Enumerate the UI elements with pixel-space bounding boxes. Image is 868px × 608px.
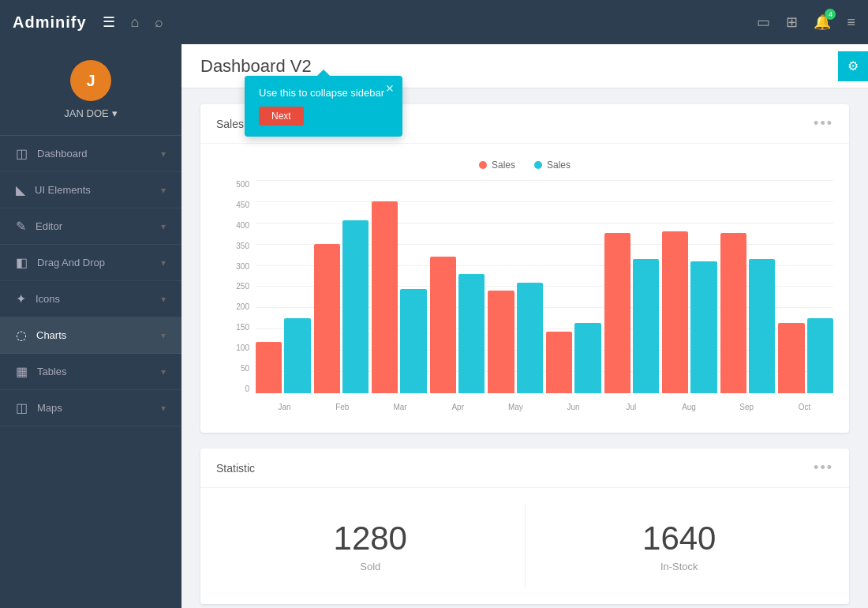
chart-area: 500450400350300250200150100500 JanFebMar… — [216, 180, 833, 417]
chart-card-menu[interactable]: ••• — [814, 115, 833, 132]
bar-visitors-jul — [633, 259, 659, 393]
x-label-mar: Mar — [371, 397, 428, 417]
bar-pair-may — [488, 180, 543, 393]
bar-group-mar — [372, 180, 427, 393]
bar-pair-sep — [720, 180, 776, 393]
y-label-3: 350 — [236, 242, 249, 250]
chevron-icon: ▾ — [161, 257, 166, 268]
tooltip-text: Use this to collapse sidebar — [259, 87, 388, 99]
bar-pair-mar — [372, 180, 427, 393]
sidebar-item-ui-elements[interactable]: ◣ UI Elements ▾ — [0, 172, 181, 208]
stat-row: 1280 Sold 1640 In-Stock — [216, 504, 833, 588]
stat-label-0: Sold — [232, 561, 509, 572]
chevron-icon: ▾ — [161, 403, 166, 414]
x-label-jan: Jan — [256, 397, 313, 417]
statistic-card-header: Statistic ••• — [200, 448, 849, 488]
x-axis: JanFebMarAprMayJunJulAugSepOct — [256, 397, 833, 417]
bar-visitors-aug — [690, 261, 716, 393]
bar-group-jul — [604, 180, 660, 393]
sidebar-item-tables[interactable]: ▦ Tables ▾ — [0, 354, 181, 390]
y-label-6: 200 — [236, 302, 249, 311]
nav-item-left: ✦ Icons — [16, 291, 60, 306]
bar-sales-jun — [546, 332, 572, 393]
chevron-icon: ▾ — [161, 366, 166, 377]
tooltip-close-button[interactable]: ✕ — [385, 82, 395, 95]
nav-item-left: ◌ Charts — [16, 328, 66, 343]
stat-number-0: 1280 — [232, 520, 509, 557]
bar-sales-feb — [314, 244, 340, 393]
y-label-8: 100 — [236, 343, 249, 352]
nav-label-tables: Tables — [37, 366, 67, 377]
bar-visitors-jun — [574, 323, 600, 393]
stat-label-1: In-Stock — [541, 561, 818, 572]
nav-icon-drag and drop: ◧ — [16, 255, 28, 270]
bar-group-may — [488, 180, 543, 393]
grid-icon[interactable]: ⊞ — [786, 13, 798, 31]
nav-icon-ui elements: ◣ — [16, 182, 25, 197]
bar-visitors-oct — [807, 318, 833, 393]
bar-pair-oct — [778, 180, 833, 393]
y-label-2: 400 — [236, 221, 249, 230]
bar-group-apr — [430, 180, 485, 393]
sidebar-item-charts[interactable]: ◌ Charts ▾ — [0, 317, 181, 354]
settings-button[interactable]: ⚙ — [838, 51, 868, 81]
bar-visitors-jan — [284, 318, 310, 393]
y-axis: 500450400350300250200150100500 — [216, 180, 256, 393]
hamburger-icon[interactable]: ☰ — [103, 13, 115, 31]
content-area: ✕ Use this to collapse sidebar Next Dash… — [181, 44, 868, 608]
nav-label-drag and drop: Drag And Drop — [37, 257, 105, 268]
sidebar-item-editor[interactable]: ✎ Editor ▾ — [0, 208, 181, 245]
header-left: Adminify ☰ ⌂ ⌕ — [13, 13, 163, 32]
nav-icon-icons: ✦ — [16, 291, 26, 306]
bar-group-aug — [662, 180, 717, 393]
statistic-card-menu[interactable]: ••• — [814, 460, 833, 476]
sidebar-item-maps[interactable]: ◫ Maps ▾ — [0, 390, 181, 426]
menu-icon[interactable]: ≡ — [847, 14, 855, 31]
home-icon[interactable]: ⌂ — [131, 14, 140, 31]
username[interactable]: JAN DOE ▾ — [64, 107, 117, 119]
nav-item-left: ◣ UI Elements — [16, 182, 91, 197]
y-label-4: 300 — [236, 262, 249, 271]
nav-label-ui elements: UI Elements — [35, 184, 91, 196]
bar-sales-apr — [430, 257, 456, 393]
bar-pair-aug — [662, 180, 717, 393]
x-label-jul: Jul — [602, 397, 660, 417]
sidebar-item-icons[interactable]: ✦ Icons ▾ — [0, 281, 181, 317]
page-title: Dashboard V2 — [200, 56, 312, 77]
bar-pair-feb — [314, 180, 369, 393]
user-section: J JAN DOE ▾ — [0, 44, 181, 136]
chevron-icon: ▾ — [161, 185, 166, 196]
main-layout: J JAN DOE ▾ ◫ Dashboard ▾ ◣ UI Elements … — [0, 44, 868, 608]
chart-card-body: SalesSales 50045040035030025020015010050… — [200, 144, 849, 433]
nav-label-charts: Charts — [36, 329, 66, 341]
legend-item-1: Sales — [534, 160, 571, 171]
bar-visitors-feb — [342, 220, 369, 393]
x-label-feb: Feb — [313, 397, 371, 417]
chevron-icon: ▾ — [161, 330, 166, 341]
statistic-card-title: Statistic — [216, 462, 255, 475]
nav-icon-charts: ◌ — [16, 328, 27, 343]
legend-dot-1 — [534, 161, 542, 169]
x-label-aug: Aug — [660, 397, 717, 417]
chart-card: Sales And Visitor Status ••• SalesSales … — [200, 104, 849, 433]
bar-group-jun — [546, 180, 601, 393]
sidebar-item-drag-and-drop[interactable]: ◧ Drag And Drop ▾ — [0, 245, 181, 281]
x-label-apr: Apr — [429, 397, 487, 417]
chart-legend: SalesSales — [216, 160, 833, 171]
bar-visitors-apr — [458, 274, 485, 393]
search-icon[interactable]: ⌕ — [155, 14, 163, 31]
notification-icon[interactable]: 🔔 4 — [814, 13, 831, 31]
bar-group-oct — [778, 180, 833, 393]
statistic-card-body: 1280 Sold 1640 In-Stock — [200, 488, 849, 604]
monitor-icon[interactable]: ▭ — [757, 13, 770, 31]
sidebar-nav: ◫ Dashboard ▾ ◣ UI Elements ▾ ✎ Editor ▾… — [0, 136, 181, 426]
bar-sales-mar — [372, 201, 398, 393]
cards-wrapper: Sales And Visitor Status ••• SalesSales … — [181, 88, 868, 608]
bar-group-sep — [720, 180, 776, 393]
tooltip-popup: ✕ Use this to collapse sidebar Next — [245, 76, 402, 137]
chevron-icon: ▾ — [161, 148, 166, 160]
tooltip-arrow — [317, 69, 330, 76]
sidebar-item-dashboard[interactable]: ◫ Dashboard ▾ — [0, 136, 181, 172]
tooltip-next-button[interactable]: Next — [259, 107, 304, 126]
x-label-may: May — [487, 397, 544, 417]
